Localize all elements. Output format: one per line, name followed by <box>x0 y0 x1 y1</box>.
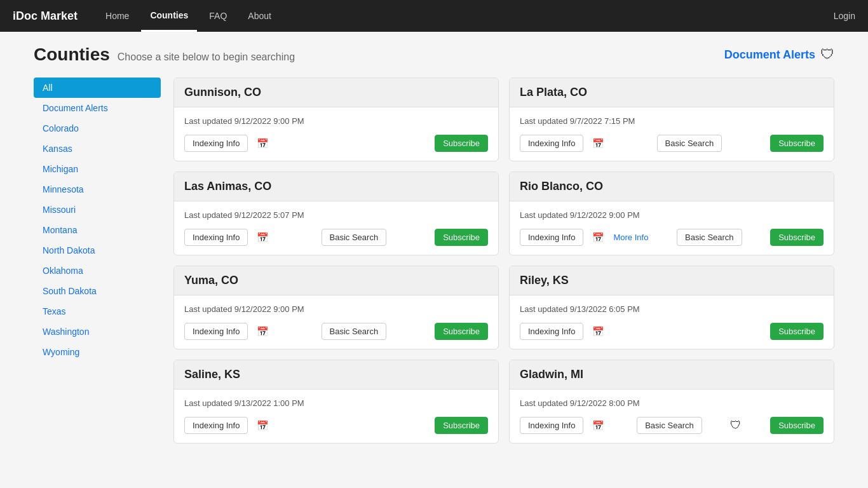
subscribe-button[interactable]: Subscribe <box>435 135 488 152</box>
county-actions: Indexing Info📅Subscribe <box>184 135 488 152</box>
sidebar-item-document-alerts[interactable]: Document Alerts <box>34 98 161 118</box>
indexing-info-button[interactable]: Indexing Info <box>520 135 583 152</box>
county-card: Gladwin, MILast updated 9/12/2022 8:00 P… <box>509 360 834 444</box>
county-card: Yuma, COLast updated 9/12/2022 9:00 PMIn… <box>173 266 499 349</box>
sidebar-item-south-dakota[interactable]: South Dakota <box>34 281 161 301</box>
county-card: Riley, KSLast updated 9/13/2022 6:05 PMI… <box>509 266 834 349</box>
indexing-info-button[interactable]: Indexing Info <box>184 323 248 340</box>
more-info-button[interactable]: More Info <box>613 229 648 245</box>
calendar-icon[interactable]: 📅 <box>588 229 608 246</box>
basic-search-button[interactable]: Basic Search <box>322 229 387 246</box>
county-actions: Indexing Info📅Basic SearchSubscribe <box>184 323 488 340</box>
basic-search-button[interactable]: Basic Search <box>637 417 702 434</box>
county-actions: Indexing Info📅More InfoBasic SearchSubsc… <box>520 229 824 246</box>
sidebar-item-all[interactable]: All <box>34 78 161 98</box>
basic-search-button[interactable]: Basic Search <box>677 229 742 246</box>
doc-alerts-area: Document Alerts 🛡 <box>724 46 834 63</box>
county-name: La Plata, CO <box>510 78 834 107</box>
subscribe-button[interactable]: Subscribe <box>770 323 824 340</box>
calendar-icon[interactable]: 📅 <box>253 417 273 434</box>
brand: iDoc Market <box>13 10 78 23</box>
calendar-icon[interactable]: 📅 <box>253 323 273 340</box>
sidebar-item-montana[interactable]: Montana <box>34 220 161 240</box>
sidebar-item-missouri[interactable]: Missouri <box>34 200 161 220</box>
county-actions: Indexing Info📅Basic SearchSubscribe <box>184 229 488 246</box>
nav-links: Home Counties FAQ About <box>97 0 834 32</box>
indexing-info-button[interactable]: Indexing Info <box>520 229 583 246</box>
navbar: iDoc Market Home Counties FAQ About Logi… <box>0 0 868 32</box>
subscribe-button[interactable]: Subscribe <box>770 135 824 152</box>
sidebar-item-michigan[interactable]: Michigan <box>34 159 161 179</box>
subscribe-button[interactable]: Subscribe <box>435 417 488 434</box>
county-card-body: Last updated 9/12/2022 5:07 PMIndexing I… <box>174 201 498 255</box>
page-subtitle: Choose a site below to begin searching <box>118 51 295 63</box>
county-card: Las Animas, COLast updated 9/12/2022 5:0… <box>173 172 499 255</box>
last-updated: Last updated 9/12/2022 8:00 PM <box>520 398 824 408</box>
county-card-body: Last updated 9/13/2022 1:00 PMIndexing I… <box>174 390 498 443</box>
nav-faq[interactable]: FAQ <box>200 0 236 32</box>
county-name: Saline, KS <box>174 360 498 390</box>
navbar-right: Login <box>834 11 855 21</box>
last-updated: Last updated 9/7/2022 7:15 PM <box>520 116 824 126</box>
county-name: Yuma, CO <box>174 266 498 295</box>
nav-counties[interactable]: Counties <box>141 0 197 32</box>
page-header: Counties Choose a site below to begin se… <box>34 44 834 65</box>
sidebar-item-kansas[interactable]: Kansas <box>34 139 161 159</box>
sidebar-item-colorado[interactable]: Colorado <box>34 118 161 139</box>
county-card-body: Last updated 9/7/2022 7:15 PMIndexing In… <box>510 107 834 161</box>
calendar-icon[interactable]: 📅 <box>588 323 608 340</box>
page-container: Counties Choose a site below to begin se… <box>21 32 847 456</box>
subscribe-button[interactable]: Subscribe <box>435 229 488 246</box>
calendar-icon[interactable]: 📅 <box>253 229 273 246</box>
county-card: Gunnison, COLast updated 9/12/2022 9:00 … <box>173 78 499 161</box>
nav-about[interactable]: About <box>239 0 280 32</box>
county-card-body: Last updated 9/12/2022 8:00 PMIndexing I… <box>510 390 834 443</box>
sidebar-item-washington[interactable]: Washington <box>34 322 161 342</box>
indexing-info-button[interactable]: Indexing Info <box>520 417 583 434</box>
subscribe-button[interactable]: Subscribe <box>770 229 824 246</box>
indexing-info-button[interactable]: Indexing Info <box>184 135 248 152</box>
county-card-body: Last updated 9/12/2022 9:00 PMIndexing I… <box>174 107 498 161</box>
county-name: Las Animas, CO <box>174 172 498 201</box>
login-button[interactable]: Login <box>834 11 855 21</box>
county-actions: Indexing Info📅Basic SearchSubscribe <box>520 135 824 152</box>
calendar-icon[interactable]: 📅 <box>588 135 608 152</box>
county-card-body: Last updated 9/12/2022 9:00 PMIndexing I… <box>510 201 834 255</box>
county-name: Rio Blanco, CO <box>510 172 834 201</box>
county-name: Gunnison, CO <box>174 78 498 107</box>
indexing-info-button[interactable]: Indexing Info <box>184 417 248 434</box>
sidebar-item-north-dakota[interactable]: North Dakota <box>34 240 161 261</box>
shield-icon: 🛡 <box>820 46 834 63</box>
sidebar-item-texas[interactable]: Texas <box>34 301 161 322</box>
county-card: La Plata, COLast updated 9/7/2022 7:15 P… <box>509 78 834 161</box>
sidebar-item-minnesota[interactable]: Minnesota <box>34 179 161 200</box>
doc-alerts-link[interactable]: Document Alerts <box>724 48 815 62</box>
indexing-info-button[interactable]: Indexing Info <box>520 323 583 340</box>
sidebar: AllDocument AlertsColoradoKansasMichigan… <box>34 78 161 444</box>
page-title-area: Counties Choose a site below to begin se… <box>34 44 295 65</box>
sidebar-item-oklahoma[interactable]: Oklahoma <box>34 261 161 281</box>
main-layout: AllDocument AlertsColoradoKansasMichigan… <box>34 78 834 444</box>
county-actions: Indexing Info📅Basic Search🛡Subscribe <box>520 417 824 434</box>
basic-search-button[interactable]: Basic Search <box>657 135 722 152</box>
subscribe-button[interactable]: Subscribe <box>435 323 488 340</box>
calendar-icon[interactable]: 📅 <box>253 135 273 152</box>
last-updated: Last updated 9/13/2022 1:00 PM <box>184 398 488 408</box>
county-actions: Indexing Info📅Subscribe <box>184 417 488 434</box>
sidebar-item-wyoming[interactable]: Wyoming <box>34 342 161 362</box>
last-updated: Last updated 9/13/2022 6:05 PM <box>520 304 824 314</box>
basic-search-button[interactable]: Basic Search <box>322 323 387 340</box>
county-card: Saline, KSLast updated 9/13/2022 1:00 PM… <box>173 360 499 444</box>
county-card-body: Last updated 9/13/2022 6:05 PMIndexing I… <box>510 295 834 349</box>
county-grid: Gunnison, COLast updated 9/12/2022 9:00 … <box>173 78 834 444</box>
indexing-info-button[interactable]: Indexing Info <box>184 229 248 246</box>
county-card-body: Last updated 9/12/2022 9:00 PMIndexing I… <box>174 295 498 349</box>
county-name: Gladwin, MI <box>510 360 834 390</box>
subscribe-button[interactable]: Subscribe <box>770 417 824 434</box>
last-updated: Last updated 9/12/2022 9:00 PM <box>184 304 488 314</box>
county-card: Rio Blanco, COLast updated 9/12/2022 9:0… <box>509 172 834 255</box>
last-updated: Last updated 9/12/2022 9:00 PM <box>184 116 488 126</box>
last-updated: Last updated 9/12/2022 9:00 PM <box>520 210 824 220</box>
calendar-icon[interactable]: 📅 <box>588 417 608 434</box>
nav-home[interactable]: Home <box>97 0 138 32</box>
